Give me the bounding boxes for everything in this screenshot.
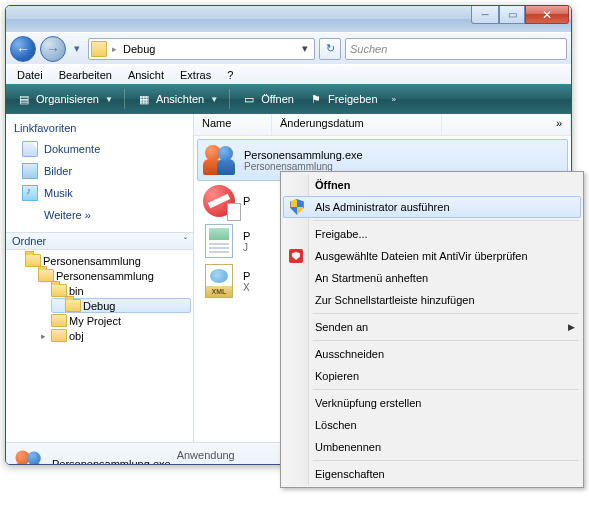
tree-label: Personensammlung <box>56 270 154 282</box>
menu-view[interactable]: Ansicht <box>121 67 171 83</box>
documents-icon <box>22 141 38 157</box>
file-type: Personensammlung <box>244 161 363 172</box>
tree-label: Debug <box>83 300 115 312</box>
ctx-label: Kopieren <box>315 370 359 382</box>
navigation-pane: Linkfavoriten Dokumente Bilder Musik Wei… <box>6 114 194 442</box>
menu-help[interactable]: ? <box>220 67 240 83</box>
open-button[interactable]: ▭ Öffnen <box>235 88 300 110</box>
expand-icon[interactable]: ▸ <box>38 331 49 341</box>
maximize-button[interactable]: ▭ <box>499 6 525 24</box>
titlebar[interactable]: ─ ▭ ✕ <box>6 6 571 32</box>
ctx-antivir[interactable]: Ausgewählte Dateien mit AntiVir überprüf… <box>283 245 581 267</box>
exe-icon <box>200 142 240 178</box>
ctx-run-as-admin[interactable]: Als Administrator ausführen <box>283 196 581 218</box>
ctx-send-to[interactable]: Senden an▶ <box>283 316 581 338</box>
exe-icon <box>14 448 45 465</box>
fav-label: Musik <box>44 187 73 199</box>
history-dropdown[interactable]: ▾ <box>70 42 84 55</box>
submenu-arrow-icon: ▶ <box>568 322 575 332</box>
ctx-properties[interactable]: Eigenschaften <box>283 463 581 485</box>
ctx-rename[interactable]: Umbenennen <box>283 436 581 458</box>
tree-label: My Project <box>69 315 121 327</box>
tree-node-selected[interactable]: Debug <box>51 298 191 313</box>
tree-node[interactable]: ▸obj <box>8 328 191 343</box>
fav-more[interactable]: Weitere » <box>14 204 185 226</box>
more-icon <box>22 207 38 223</box>
overflow-icon[interactable]: » <box>386 95 402 104</box>
views-button[interactable]: ▦ Ansichten ▼ <box>130 88 224 110</box>
folder-icon <box>65 299 81 312</box>
document-icon <box>199 223 239 259</box>
chevron-down-icon: ▼ <box>103 95 113 104</box>
col-modified[interactable]: Änderungsdatum <box>272 114 442 135</box>
close-button[interactable]: ✕ <box>525 6 569 24</box>
menubar: Datei Bearbeiten Ansicht Extras ? <box>6 64 571 84</box>
ctx-sharing[interactable]: Freigabe... <box>283 223 581 245</box>
fav-pictures[interactable]: Bilder <box>14 160 185 182</box>
address-bar[interactable]: ▸ Debug ▾ <box>88 38 315 60</box>
col-more[interactable]: » <box>442 114 571 135</box>
tree-label: obj <box>69 330 84 342</box>
collapse-icon[interactable]: ˇ <box>184 236 187 246</box>
open-label: Öffnen <box>261 93 294 105</box>
fav-label: Dokumente <box>44 143 100 155</box>
ctx-delete[interactable]: Löschen <box>283 414 581 436</box>
tree-node[interactable]: Personensammlung <box>8 268 191 283</box>
file-name: Personensammlung.exe <box>244 149 363 161</box>
search-input[interactable]: Suchen <box>345 38 567 60</box>
folders-header[interactable]: Ordner ˇ <box>6 232 193 250</box>
menu-extras[interactable]: Extras <box>173 67 218 83</box>
open-icon: ▭ <box>241 91 257 107</box>
folder-icon <box>51 284 67 297</box>
tree-label: bin <box>69 285 84 297</box>
ctx-copy[interactable]: Kopieren <box>283 365 581 387</box>
ctx-label: Senden an <box>315 321 368 333</box>
xml-tag: XML <box>206 286 232 297</box>
details-type: Anwendung <box>177 449 235 461</box>
refresh-button[interactable]: ↻ <box>319 38 341 60</box>
fav-label: Bilder <box>44 165 72 177</box>
ctx-label: Als Administrator ausführen <box>315 201 450 213</box>
organize-label: Organisieren <box>36 93 99 105</box>
organize-button[interactable]: ▤ Organisieren ▼ <box>10 88 119 110</box>
organize-icon: ▤ <box>16 91 32 107</box>
tree-node[interactable]: My Project <box>8 313 191 328</box>
ctx-label: Öffnen <box>315 179 350 191</box>
folders-label: Ordner <box>12 235 46 247</box>
address-dropdown[interactable]: ▾ <box>298 42 312 55</box>
fav-music[interactable]: Musik <box>14 182 185 204</box>
file-name: P <box>243 195 250 207</box>
forward-button[interactable]: → <box>40 36 66 62</box>
file-name: P <box>243 270 250 282</box>
tree-node[interactable]: Personensammlung <box>8 253 191 268</box>
shield-icon <box>289 199 305 215</box>
favorites-header: Linkfavoriten <box>14 120 185 138</box>
chevron-down-icon: ▼ <box>208 95 218 104</box>
ctx-label: Umbenennen <box>315 441 381 453</box>
ctx-shortcut[interactable]: Verknüpfung erstellen <box>283 392 581 414</box>
file-type: J <box>243 242 250 253</box>
ctx-label: Verknüpfung erstellen <box>315 397 421 409</box>
views-label: Ansichten <box>156 93 204 105</box>
share-button[interactable]: ⚑ Freigeben <box>302 88 384 110</box>
menu-edit[interactable]: Bearbeiten <box>52 67 119 83</box>
menu-file[interactable]: Datei <box>10 67 50 83</box>
ctx-label: Ausgewählte Dateien mit AntiVir überprüf… <box>315 250 528 262</box>
col-name[interactable]: Name <box>194 114 272 135</box>
ctx-label: Freigabe... <box>315 228 368 240</box>
back-button[interactable]: ← <box>10 36 36 62</box>
ctx-label: Löschen <box>315 419 357 431</box>
breadcrumb-item[interactable]: Debug <box>120 43 158 55</box>
minimize-button[interactable]: ─ <box>471 6 499 24</box>
tree-node[interactable]: bin <box>8 283 191 298</box>
file-type: X <box>243 282 250 293</box>
ctx-pin-start[interactable]: An Startmenü anheften <box>283 267 581 289</box>
tree-label: Personensammlung <box>43 255 141 267</box>
ctx-quicklaunch[interactable]: Zur Schnellstartleiste hinzufügen <box>283 289 581 311</box>
ctx-cut[interactable]: Ausschneiden <box>283 343 581 365</box>
chevron-right-icon: ▸ <box>109 44 120 54</box>
xml-icon: XML <box>199 263 239 299</box>
music-icon <box>22 185 38 201</box>
fav-documents[interactable]: Dokumente <box>14 138 185 160</box>
ctx-open[interactable]: Öffnen <box>283 174 581 196</box>
